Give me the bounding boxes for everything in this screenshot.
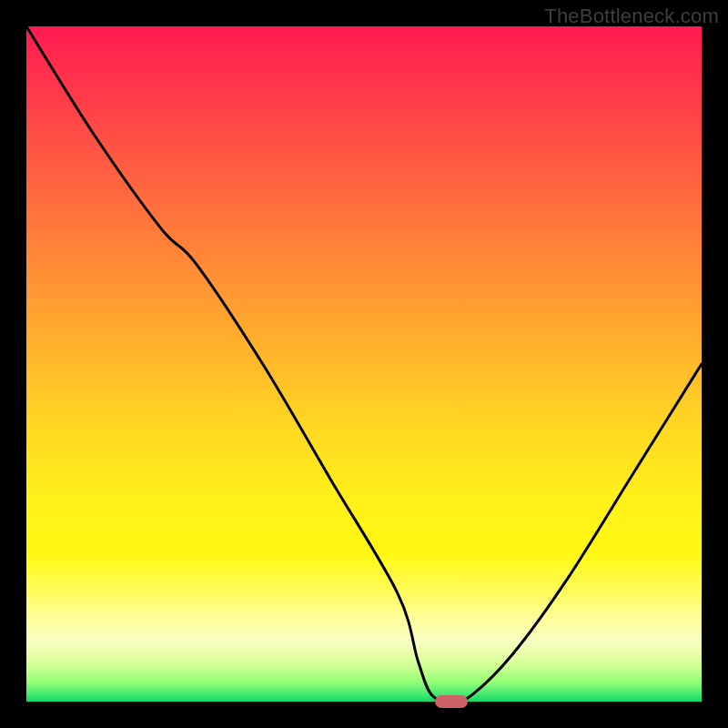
watermark-label: TheBottleneck.com bbox=[544, 5, 719, 28]
optimal-marker bbox=[435, 695, 468, 708]
bottleneck-curve bbox=[26, 26, 702, 702]
plot-area bbox=[26, 26, 702, 702]
chart-container: TheBottleneck.com bbox=[0, 0, 728, 728]
